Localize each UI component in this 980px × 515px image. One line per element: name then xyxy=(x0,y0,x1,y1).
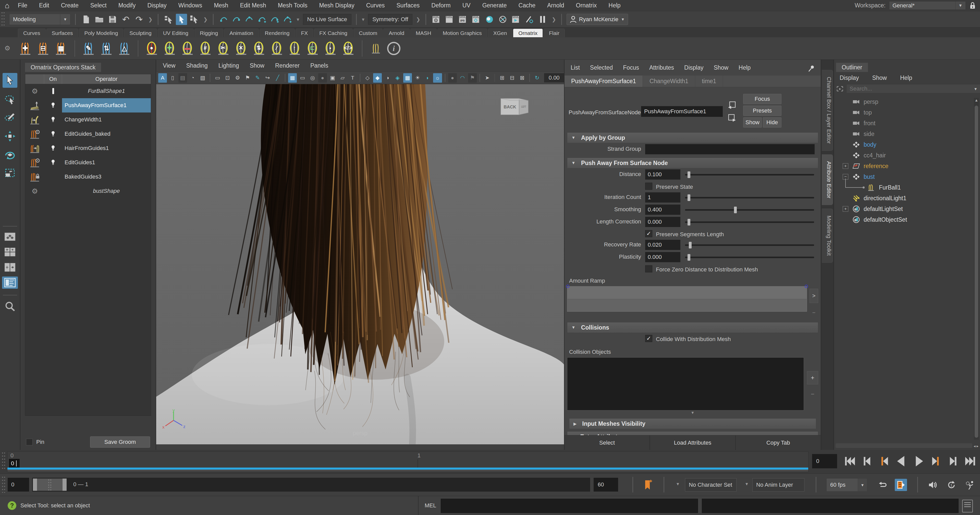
attribute-editor-menu-focus[interactable]: Focus xyxy=(623,64,639,74)
operator-row-editguides-baked[interactable]: EditGuides_baked xyxy=(25,127,151,141)
toolbar-separator[interactable] xyxy=(425,14,426,25)
param-slider[interactable] xyxy=(685,209,814,211)
viewport-canvas[interactable]: BACK LEFT y x z persp xyxy=(156,84,564,450)
new-scene-icon[interactable] xyxy=(80,14,92,25)
snap-to-curve-icon[interactable] xyxy=(231,14,242,25)
param-slider[interactable] xyxy=(685,221,814,223)
select-button[interactable]: Select xyxy=(565,436,650,450)
outliner-menu-help[interactable]: Help xyxy=(900,75,912,83)
dock-tab-channel-box-layer-editor[interactable]: Channel Box / Layer Editor xyxy=(822,70,833,151)
expander-plus-icon[interactable]: + xyxy=(843,206,848,212)
paint-select-tool[interactable] xyxy=(3,110,18,125)
image-plane-icon[interactable]: ▧ xyxy=(198,73,207,83)
outliner-menu-display[interactable]: Display xyxy=(840,75,859,83)
dock-tab-modeling-toolkit[interactable]: Modeling Toolkit xyxy=(822,209,833,262)
param-value-field[interactable]: 1 xyxy=(645,192,680,202)
xray-icon[interactable]: ⊞ xyxy=(498,73,506,83)
animation-start-field[interactable]: 0 xyxy=(8,478,29,491)
shelf-tab-curves[interactable]: Curves xyxy=(18,29,46,37)
operator-row-pushawayfromsurface1[interactable]: PushAwayFromSurface1 xyxy=(25,98,151,113)
load-attributes-button[interactable]: Load Attributes xyxy=(650,436,735,450)
ramp-handle-left[interactable] xyxy=(566,285,570,288)
outliner-vertical-scrollbar[interactable]: ▲ xyxy=(974,98,979,440)
symmetry-field[interactable]: Symmetry: Off xyxy=(368,14,412,25)
operator-row-furballshape1[interactable]: ⚙FurBallShape1 xyxy=(25,84,151,98)
menu-curves[interactable]: Curves xyxy=(366,2,385,9)
triangle-down-icon[interactable]: ▼ xyxy=(567,410,818,416)
param-value-field[interactable]: 0.000 xyxy=(645,217,680,227)
field-chart-icon[interactable]: ▣ xyxy=(328,73,337,83)
shelf-menu-gear-icon[interactable]: ⚙ xyxy=(0,45,15,52)
occlusion-icon[interactable]: ◗ xyxy=(423,73,432,83)
hide-button[interactable]: Hide xyxy=(763,117,781,127)
outliner-item-persp[interactable]: persp xyxy=(834,96,980,107)
attribute-editor-menu-help[interactable]: Help xyxy=(738,64,751,74)
render-current-frame-icon[interactable] xyxy=(444,14,455,25)
isolate-select-icon[interactable]: ➤ xyxy=(483,73,492,83)
grease-pencil-icon[interactable]: ▤ xyxy=(178,73,187,83)
grid-icon[interactable]: ▦ xyxy=(288,73,297,83)
shelf-tab-poly-modeling[interactable]: Poly Modeling xyxy=(79,29,123,37)
lighting-icon[interactable]: ☼ xyxy=(433,73,442,83)
param-slider[interactable] xyxy=(685,244,814,246)
menu-deform[interactable]: Deform xyxy=(431,2,450,9)
comb-strands-icon[interactable]: # xyxy=(197,40,213,57)
resolution-gate-icon[interactable]: ◎ xyxy=(308,73,317,83)
toolbar-separator[interactable] xyxy=(213,14,213,25)
apply-by-group-section-header[interactable]: ▼ Apply by Group xyxy=(567,132,818,143)
outliner-item-defaultobjectset[interactable]: defaultObjectSet xyxy=(834,214,980,225)
command-language-label[interactable]: MEL xyxy=(425,502,436,509)
workspace-dropdown[interactable]: General* ▼ xyxy=(889,1,966,10)
group-strands-icon[interactable]: ⊏ xyxy=(305,40,321,57)
menu-edit-mesh[interactable]: Edit Mesh xyxy=(240,2,266,9)
viewport-menu-lighting[interactable]: Lighting xyxy=(218,62,239,69)
shelf-tab-animation[interactable]: Animation xyxy=(224,29,259,37)
outliner-horizontal-scrollbar[interactable] xyxy=(835,443,972,448)
param-checkbox[interactable]: ✓ xyxy=(645,230,652,237)
ramp-remove-button[interactable]: − xyxy=(810,305,818,320)
part-strands-icon[interactable]: ∕ xyxy=(269,40,285,57)
operator-row-bakedguides3[interactable]: BakedGuides3 xyxy=(25,170,151,184)
menu-display[interactable]: Display xyxy=(147,2,166,9)
step-forward-frame-button[interactable] xyxy=(945,453,962,469)
copy-tab-button[interactable]: Copy Tab xyxy=(736,436,821,450)
redo-icon[interactable]: ↷ xyxy=(134,14,145,25)
viewport-menu-panels[interactable]: Panels xyxy=(310,62,328,69)
flat-lighting-icon[interactable]: ● xyxy=(448,73,457,83)
safe-action-icon[interactable]: ▱ xyxy=(338,73,347,83)
menu-surfaces[interactable]: Surfaces xyxy=(396,2,420,9)
hair-info-icon[interactable]: i xyxy=(386,40,402,57)
shelf-tab-rigging[interactable]: Rigging xyxy=(194,29,223,37)
chevron-down-icon[interactable]: ▾ xyxy=(297,16,299,22)
open-scene-icon[interactable] xyxy=(94,14,105,25)
new-hair-icon[interactable]: ✚ xyxy=(18,40,33,57)
param-slider[interactable] xyxy=(685,174,814,175)
xray-joints-icon[interactable]: ⊟ xyxy=(508,73,517,83)
shelf-tab-fx-caching[interactable]: FX Caching xyxy=(314,29,353,37)
drag-handle[interactable] xyxy=(1,477,6,493)
output-connection-icon[interactable] xyxy=(727,113,737,122)
add-strands-icon[interactable]: ✚ xyxy=(162,40,178,57)
select-tool[interactable] xyxy=(3,73,18,88)
viewport-menu-show[interactable]: Show xyxy=(250,62,264,69)
operator-row-hairfromguides1[interactable]: HairFromGuides1 xyxy=(25,141,151,155)
operator-enable-toggle[interactable] xyxy=(44,145,62,151)
param-value-field[interactable]: 0.400 xyxy=(645,205,680,215)
push-away-section-header[interactable]: ▼ Push Away From Surface Node xyxy=(567,157,818,168)
paint-effects-icon[interactable] xyxy=(524,14,535,25)
chevron-down-icon[interactable]: ▼ xyxy=(676,482,680,486)
attribute-editor-menu-display[interactable]: Display xyxy=(684,64,703,74)
outliner-item-side[interactable]: side xyxy=(834,129,980,139)
single-pane-layout-button[interactable] xyxy=(2,230,18,243)
scale-tool[interactable] xyxy=(3,166,18,181)
menu-generate[interactable]: Generate xyxy=(482,2,507,9)
outliner-item-defaultlightset[interactable]: +defaultLightSet xyxy=(834,203,980,214)
menu-mesh[interactable]: Mesh xyxy=(214,2,228,9)
mute-audio-icon[interactable] xyxy=(926,479,939,491)
pan-zoom-icon[interactable]: ↪ xyxy=(263,73,272,83)
menu-set-dropdown[interactable]: Modeling ▼ xyxy=(9,14,70,25)
menu-help[interactable]: Help xyxy=(608,2,620,9)
menu-modify[interactable]: Modify xyxy=(118,2,136,9)
script-editor-icon[interactable] xyxy=(962,500,973,512)
menu-mesh-tools[interactable]: Mesh Tools xyxy=(278,2,307,9)
